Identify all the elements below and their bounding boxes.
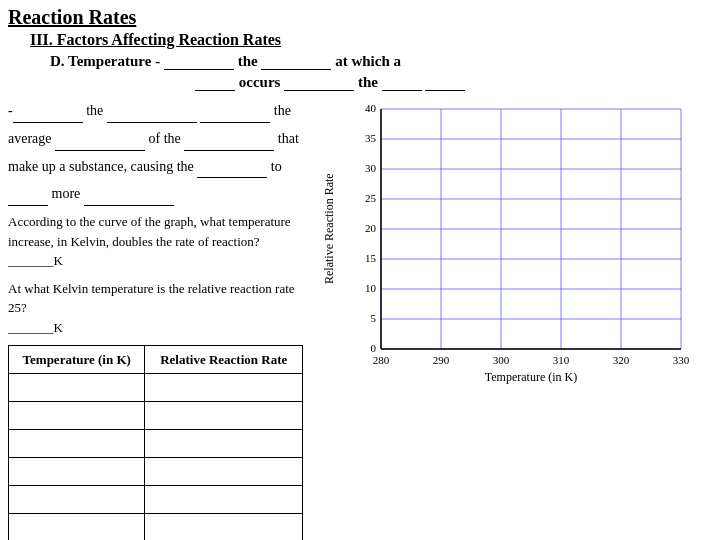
subsection-label: D. Temperature - — [50, 53, 160, 69]
data-table: Temperature (in K) Relative Reaction Rat… — [8, 345, 303, 540]
blank-p6 — [197, 164, 267, 178]
svg-text:320: 320 — [613, 354, 630, 366]
svg-text:310: 310 — [553, 354, 570, 366]
svg-text:290: 290 — [433, 354, 450, 366]
question2-answer: _______K — [8, 318, 310, 338]
table-row — [9, 430, 303, 458]
page-title: Reaction Rates — [0, 0, 720, 31]
blank-3 — [195, 77, 235, 91]
occurs-label: occurs — [239, 74, 284, 90]
blank-p8 — [84, 192, 174, 206]
question1-text: According to the curve of the graph, wha… — [8, 212, 310, 251]
cell-3-1 — [145, 458, 303, 486]
the-label: the — [238, 53, 262, 69]
blank-p5 — [184, 137, 274, 151]
svg-text:40: 40 — [365, 102, 377, 114]
blank-p1 — [13, 109, 83, 123]
blank-p4 — [55, 137, 145, 151]
left-panel: - the the average of the that make up a … — [8, 99, 318, 540]
blank-6 — [425, 77, 465, 91]
table-row — [9, 486, 303, 514]
chart-svg: 0 5 10 15 20 25 30 35 40 280 290 300 310… — [341, 99, 701, 389]
svg-text:Temperature (in K): Temperature (in K) — [485, 370, 577, 384]
svg-text:20: 20 — [365, 222, 377, 234]
cell-1-1 — [145, 402, 303, 430]
blank-5 — [382, 77, 422, 91]
para-text4: more — [8, 182, 310, 206]
right-panel: Relative Reaction Rate — [318, 99, 720, 540]
table-row — [9, 514, 303, 540]
question1-box: According to the curve of the graph, wha… — [8, 212, 310, 271]
blank-p3 — [200, 109, 270, 123]
cell-0-1 — [145, 374, 303, 402]
blank-p7 — [8, 192, 48, 206]
question2-text: At what Kelvin temperature is the relati… — [8, 279, 310, 318]
col2-header: Relative Reaction Rate — [145, 346, 303, 374]
svg-text:0: 0 — [371, 342, 377, 354]
table-row — [9, 402, 303, 430]
para-text2: average of the that — [8, 127, 310, 151]
blank-1 — [164, 56, 234, 70]
section-heading: III. Factors Affecting Reaction Rates — [0, 31, 720, 49]
blank-4 — [284, 77, 354, 91]
para-text3: make up a substance, causing the to — [8, 155, 310, 179]
question1-answer: _______K — [8, 251, 310, 271]
table-row — [9, 458, 303, 486]
blank-2 — [261, 56, 331, 70]
y-axis-label: Relative Reaction Rate — [322, 99, 337, 359]
blank-p2 — [107, 109, 197, 123]
col1-header: Temperature (in K) — [9, 346, 145, 374]
svg-text:30: 30 — [365, 162, 377, 174]
cell-0-0 — [9, 374, 145, 402]
svg-text:15: 15 — [365, 252, 377, 264]
the2-label: the — [358, 74, 382, 90]
svg-text:280: 280 — [373, 354, 390, 366]
cell-1-0 — [9, 402, 145, 430]
cell-2-1 — [145, 430, 303, 458]
cell-5-0 — [9, 514, 145, 540]
svg-text:10: 10 — [365, 282, 377, 294]
cell-3-0 — [9, 458, 145, 486]
svg-text:300: 300 — [493, 354, 510, 366]
cell-5-1 — [145, 514, 303, 540]
svg-text:35: 35 — [365, 132, 377, 144]
cell-4-0 — [9, 486, 145, 514]
svg-text:25: 25 — [365, 192, 377, 204]
question2-box: At what Kelvin temperature is the relati… — [8, 279, 310, 338]
svg-text:5: 5 — [371, 312, 377, 324]
para-text: - the the — [8, 99, 310, 123]
atwhicha-label: at which a — [335, 53, 401, 69]
table-row — [9, 374, 303, 402]
cell-2-0 — [9, 430, 145, 458]
svg-text:330: 330 — [673, 354, 690, 366]
cell-4-1 — [145, 486, 303, 514]
